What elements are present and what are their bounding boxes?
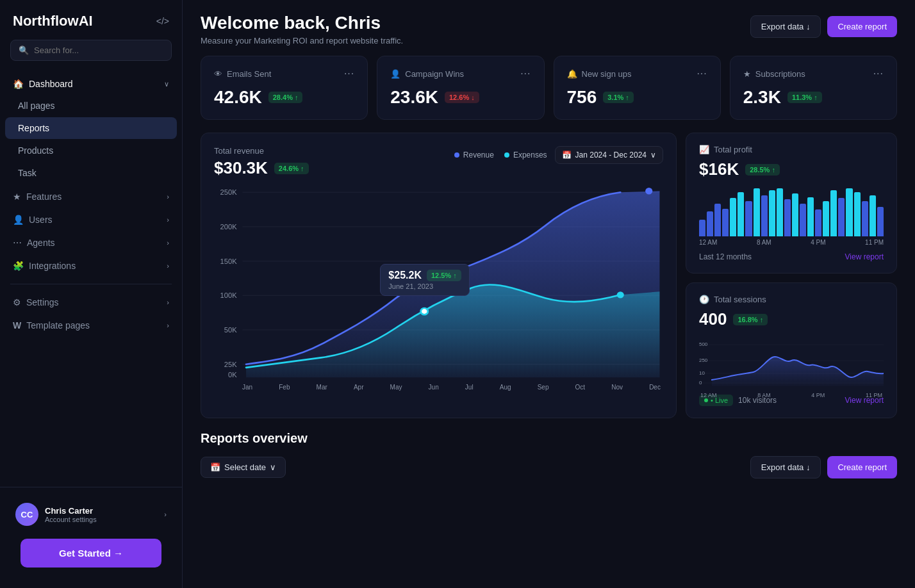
- subs-icon: ★: [743, 69, 751, 79]
- dashboard-label: Dashboard: [29, 79, 164, 89]
- bar-24: [877, 207, 884, 237]
- export-data-label: Export data ↓: [761, 22, 811, 31]
- legend-revenue-dot: [454, 152, 459, 158]
- profit-view-report-link[interactable]: View report: [845, 252, 884, 261]
- total-profit-header: 📈 Total profit: [699, 145, 884, 154]
- time-label-11pm: 11 PM: [865, 239, 884, 246]
- sessions-svg: 500 250 10 0: [699, 338, 884, 389]
- revenue-chart-header: Total revenue $30.3K 24.6% ↑ Revenue: [214, 146, 663, 178]
- dashboard-chevron: ∨: [164, 80, 169, 88]
- sessions-time-labels: 12 AM 8 AM 4 PM 11 PM: [699, 392, 884, 398]
- reports-export-label: Export data ↓: [761, 462, 811, 472]
- x-label-jun: Jun: [429, 384, 439, 391]
- revenue-chart-title: Total revenue: [214, 146, 309, 156]
- page-subtitle: Measure your Marketing ROI and report we…: [201, 36, 403, 45]
- signups-label: New sign ups: [582, 69, 632, 79]
- bar-5: [730, 198, 736, 236]
- integrations-icon: 🧩: [13, 261, 24, 271]
- nav-group-agents[interactable]: ⋯ Agents ›: [5, 233, 177, 253]
- header-actions: Export data ↓ Create report: [750, 15, 897, 38]
- nav-group-users[interactable]: 👤 Users ›: [5, 209, 177, 230]
- subs-more-button[interactable]: ···: [873, 68, 884, 79]
- search-bar[interactable]: 🔍: [10, 40, 172, 61]
- time-label-8am: 8 AM: [757, 239, 771, 246]
- sidebar-item-products[interactable]: Products: [5, 140, 177, 161]
- svg-text:0: 0: [699, 380, 702, 386]
- bar-10: [769, 190, 775, 236]
- nav-group-template-pages[interactable]: W Template pages ›: [5, 315, 177, 336]
- campaign-icon: 👤: [390, 69, 400, 79]
- campaign-more-button[interactable]: ···: [520, 68, 531, 79]
- users-icon: 👤: [13, 215, 24, 225]
- legend-expenses-dot: [504, 152, 509, 158]
- bar-23: [870, 195, 876, 236]
- bar-13: [792, 193, 798, 237]
- signups-more-button[interactable]: ···: [697, 68, 707, 79]
- logo-code-icon[interactable]: </>: [156, 16, 169, 26]
- search-icon: 🔍: [19, 45, 29, 55]
- revenue-chart-svg: 250K 200K 150K 100K 50K 25K 0K: [214, 186, 663, 391]
- nav-group-settings[interactable]: ⚙ Settings ›: [5, 292, 177, 313]
- get-started-button[interactable]: Get Started →: [21, 539, 161, 568]
- time-label-12am: 12 AM: [699, 239, 717, 246]
- search-input[interactable]: [34, 45, 163, 55]
- features-label: Features: [26, 192, 167, 202]
- svg-text:50K: 50K: [224, 327, 238, 334]
- total-sessions-header: 🕐 Total sessions: [699, 295, 884, 304]
- stat-subs-title: ★ Subscriptions: [743, 69, 805, 79]
- nav-section-settings: ⚙ Settings ›: [5, 292, 177, 313]
- sidebar-item-products-label: Products: [18, 145, 53, 156]
- bar-18: [830, 190, 837, 236]
- reports-toolbar-actions: Export data ↓ Create report: [750, 456, 897, 478]
- avatar-initials: CC: [21, 510, 33, 519]
- signups-icon: 🔔: [567, 69, 577, 79]
- total-sessions-card: 🕐 Total sessions 400 16.8% ↑: [686, 282, 897, 418]
- user-info[interactable]: CC Chris Carter Account settings ›: [10, 498, 172, 531]
- nav-section-agents: ⋯ Agents ›: [5, 233, 177, 253]
- select-date-button[interactable]: 📅 Select date ∨: [201, 457, 286, 478]
- reports-create-button[interactable]: Create report: [827, 456, 897, 478]
- total-profit-title: Total profit: [714, 145, 752, 154]
- sidebar-item-all-pages[interactable]: All pages: [5, 95, 177, 117]
- subs-label: Subscriptions: [755, 69, 805, 79]
- campaign-badge: 12.6% ↓: [445, 92, 479, 103]
- charts-row: Total revenue $30.3K 24.6% ↑ Revenue: [183, 133, 915, 431]
- user-details: Chris Carter Account settings: [45, 506, 158, 523]
- dashboard-icon: 🏠: [13, 79, 24, 89]
- export-data-button[interactable]: Export data ↓: [750, 15, 821, 38]
- svg-text:200K: 200K: [220, 224, 238, 231]
- sidebar-nav: 🏠 Dashboard ∨ All pages Reports Products…: [0, 74, 182, 487]
- reports-export-button[interactable]: Export data ↓: [750, 456, 821, 478]
- nav-group-integrations[interactable]: 🧩 Integrations ›: [5, 256, 177, 276]
- nav-group-dashboard[interactable]: 🏠 Dashboard ∨: [5, 74, 177, 94]
- total-profit-value: $16K: [699, 159, 739, 179]
- x-axis-labels: Jan Feb Mar Apr May Jun Jul Aug Sep Oct …: [240, 384, 663, 391]
- agents-label: Agents: [27, 238, 167, 248]
- svg-text:0K: 0K: [228, 372, 237, 379]
- x-label-jan: Jan: [242, 384, 252, 391]
- x-label-feb: Feb: [279, 384, 290, 391]
- stat-card-subs-header: ★ Subscriptions ···: [743, 68, 884, 79]
- sidebar-item-task-label: Task: [18, 168, 37, 178]
- stat-card-emails-header: 👁 Emails Sent ···: [214, 68, 354, 79]
- emails-more-button[interactable]: ···: [344, 68, 354, 79]
- nav-group-features[interactable]: ★ Features ›: [5, 186, 177, 207]
- create-report-button[interactable]: Create report: [827, 16, 897, 37]
- sidebar-item-task[interactable]: Task: [5, 162, 177, 184]
- main-content: Welcome back, Chris Measure your Marketi…: [183, 0, 915, 588]
- stats-row: 👁 Emails Sent ··· 42.6K 28.4% ↑ 👤 Campai…: [183, 56, 915, 133]
- bar-8: [754, 188, 760, 236]
- date-range-selector[interactable]: 📅 Jan 2024 - Dec 2024 ∨: [555, 146, 663, 164]
- template-pages-label: Template pages: [26, 320, 167, 331]
- x-label-dec: Dec: [649, 384, 661, 391]
- legend-revenue: Revenue: [454, 151, 494, 159]
- x-label-oct: Oct: [575, 384, 586, 391]
- user-chevron-icon: ›: [164, 510, 167, 518]
- bar-1: [699, 220, 705, 236]
- svg-text:500: 500: [699, 341, 708, 347]
- calendar-icon: 📅: [562, 151, 572, 159]
- stat-signups-title: 🔔 New sign ups: [567, 69, 632, 79]
- bar-14: [800, 204, 806, 236]
- profit-time-labels: 12 AM 8 AM 4 PM 11 PM: [699, 239, 884, 246]
- sidebar-item-reports[interactable]: Reports: [5, 117, 177, 139]
